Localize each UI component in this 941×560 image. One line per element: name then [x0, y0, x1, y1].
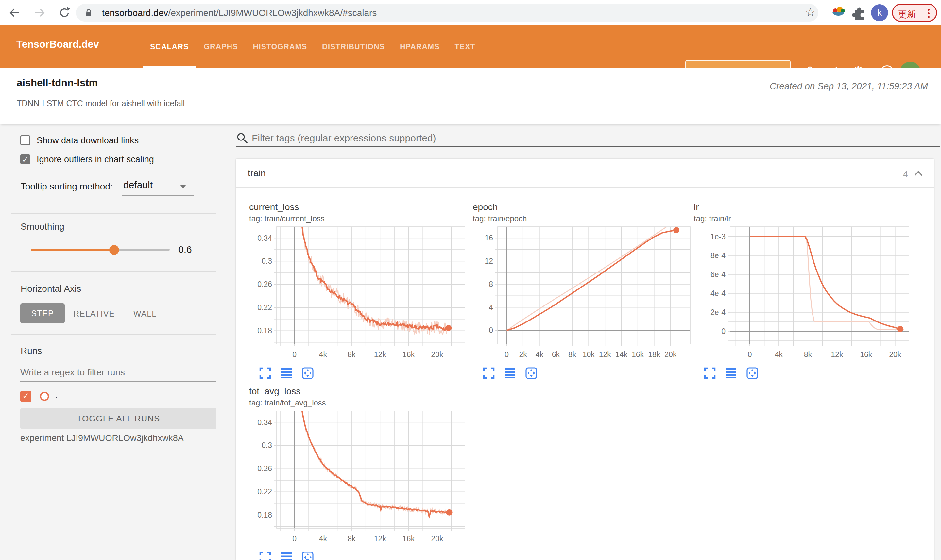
kebab-menu-icon [927, 9, 930, 11]
reload-icon[interactable] [57, 6, 71, 20]
smoothing-value[interactable]: 0.6 [178, 244, 192, 255]
chart-plot[interactable]: 02k4k6k8k10k12k14k16k18k20k1612840 [472, 225, 693, 360]
fit-domain-icon[interactable] [301, 367, 314, 379]
svg-text:0.3: 0.3 [262, 441, 272, 449]
data-rows-icon[interactable] [280, 367, 293, 379]
forward-icon[interactable] [33, 6, 46, 20]
search-icon [236, 132, 248, 145]
svg-text:20k: 20k [431, 350, 443, 359]
svg-text:16k: 16k [860, 350, 872, 359]
back-icon[interactable] [8, 6, 22, 20]
data-rows-icon[interactable] [280, 551, 293, 560]
svg-text:8k: 8k [568, 350, 577, 359]
chart-toolbar [472, 367, 538, 379]
tab-hparams[interactable]: HPARAMS [392, 26, 447, 68]
horizontal-axis-label: Horizontal Axis [21, 284, 81, 294]
axis-relative-button[interactable]: RELATIVE [73, 309, 115, 318]
nav-tabs: SCALARSGRAPHSHISTOGRAMSDISTRIBUTIONSHPAR… [143, 26, 483, 68]
show-download-links-label: Show data download links [37, 135, 139, 146]
svg-text:4e-4: 4e-4 [711, 289, 725, 298]
tab-text[interactable]: TEXT [447, 26, 483, 68]
app-header: TensorBoard.dev SCALARSGRAPHSHISTOGRAMSD… [0, 26, 941, 68]
smoothing-label: Smoothing [21, 222, 65, 232]
svg-text:16k: 16k [403, 350, 415, 359]
svg-text:0.34: 0.34 [257, 418, 272, 427]
runs-filter-input[interactable]: Write a regex to filter runs [20, 367, 125, 378]
axis-wall-button[interactable]: WALL [133, 309, 157, 318]
group-count: 4 [903, 169, 908, 179]
filter-tags-input[interactable]: Filter tags (regular expressions support… [252, 133, 436, 144]
chart-plot[interactable]: 04k8k12k16k20k0.340.30.260.220.18 [248, 225, 469, 360]
app-logo[interactable]: TensorBoard.dev [16, 38, 99, 50]
collapse-chevron-icon[interactable] [913, 170, 923, 177]
smoothing-slider-filled[interactable] [31, 249, 114, 251]
svg-text:0: 0 [292, 534, 296, 543]
browser-profile-avatar[interactable]: k [871, 4, 888, 21]
tab-scalars[interactable]: SCALARS [143, 26, 196, 68]
svg-text:6k: 6k [552, 350, 560, 359]
divider [11, 271, 216, 272]
svg-text:10k: 10k [583, 350, 595, 359]
axis-step-button[interactable]: STEP [20, 303, 65, 323]
smoothing-slider-thumb[interactable] [109, 245, 119, 255]
browser-toolbar: tensorboard.dev/experiment/LJI9MWUORLOw3… [0, 0, 941, 26]
experiment-created-date: Created on Sep 13, 2021, 11:59:23 AM [770, 81, 928, 91]
chart-title: tot_avg_loss [249, 386, 301, 397]
svg-text:8k: 8k [804, 350, 812, 359]
svg-text:4: 4 [489, 303, 493, 312]
svg-text:0.22: 0.22 [257, 488, 272, 496]
fullscreen-icon[interactable] [483, 367, 495, 379]
ignore-outliers-checkbox[interactable]: ✓ [20, 154, 30, 164]
chart-lr: lrtag: train/lr04k8k12k16k20k1e-38e-46e-… [693, 202, 914, 380]
chart-tag: tag: train/tot_avg_loss [249, 398, 326, 408]
extensions-puzzle-icon[interactable] [852, 5, 867, 20]
tab-histograms[interactable]: HISTOGRAMS [245, 26, 315, 68]
svg-text:18k: 18k [648, 350, 660, 359]
extension-bowl-icon[interactable] [830, 5, 846, 20]
svg-text:0.34: 0.34 [257, 234, 272, 242]
svg-text:0.26: 0.26 [257, 280, 272, 289]
svg-text:0.26: 0.26 [257, 464, 272, 473]
svg-text:0: 0 [721, 327, 725, 335]
chart-plot[interactable]: 04k8k12k16k20k0.340.30.260.220.18 [248, 409, 469, 545]
show-download-links-checkbox[interactable] [20, 135, 30, 145]
svg-text:2e-4: 2e-4 [711, 308, 725, 317]
svg-text:4k: 4k [319, 534, 327, 543]
fullscreen-icon[interactable] [259, 551, 272, 560]
bookmark-star-icon[interactable]: ☆ [805, 6, 816, 19]
svg-text:14k: 14k [616, 350, 628, 359]
chrome-update-button[interactable]: 更新 [892, 4, 937, 22]
svg-text:0.18: 0.18 [257, 511, 272, 519]
smoothing-slider-track[interactable] [114, 249, 170, 251]
svg-text:8k: 8k [347, 350, 356, 359]
chart-toolbar [248, 551, 314, 560]
chart-tag: tag: train/lr [694, 214, 731, 223]
run-color-swatch[interactable] [40, 392, 49, 401]
toggle-all-runs-button[interactable]: TOGGLE ALL RUNS [20, 408, 216, 429]
svg-text:12k: 12k [831, 350, 843, 359]
data-rows-icon[interactable] [504, 367, 516, 379]
fullscreen-icon[interactable] [259, 367, 272, 379]
fullscreen-icon[interactable] [703, 367, 716, 379]
svg-text:1e-3: 1e-3 [711, 232, 725, 241]
run-name: . [55, 389, 57, 400]
fit-domain-icon[interactable] [746, 367, 759, 379]
fit-domain-icon[interactable] [525, 367, 538, 379]
chart-toolbar [693, 367, 759, 379]
chart-tot_avg_loss: tot_avg_losstag: train/tot_avg_loss04k8k… [248, 386, 469, 560]
svg-text:0: 0 [292, 350, 296, 359]
experiment-description: TDNN-LSTM CTC model for aishell with ice… [17, 98, 185, 108]
page: tensorboard.dev/experiment/LJI9MWUORLOw3… [0, 0, 941, 560]
run-checkbox[interactable]: ✓ [20, 391, 31, 402]
tab-graphs[interactable]: GRAPHS [196, 26, 245, 68]
lock-icon [84, 8, 94, 18]
svg-text:0: 0 [489, 326, 493, 335]
tab-distributions[interactable]: DISTRIBUTIONS [315, 26, 392, 68]
fit-domain-icon[interactable] [301, 551, 314, 560]
svg-text:16: 16 [484, 234, 493, 242]
data-rows-icon[interactable] [725, 367, 737, 379]
tooltip-sort-select[interactable]: default [123, 179, 153, 191]
group-title[interactable]: train [248, 168, 265, 178]
checkmark-icon: ✓ [22, 155, 28, 164]
chart-plot[interactable]: 04k8k12k16k20k1e-38e-46e-44e-42e-40 [693, 225, 914, 360]
